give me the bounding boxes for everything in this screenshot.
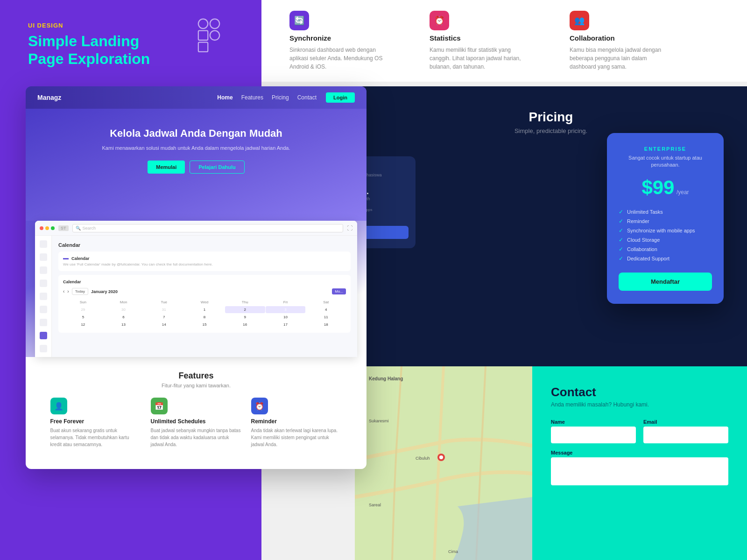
- cal-cell[interactable]: 31: [144, 306, 184, 313]
- cal-cell[interactable]: 2: [225, 306, 265, 313]
- enterprise-period: /year: [677, 189, 689, 196]
- feature-stats: ⏰ Statistics Kamu memiliki fitur statist…: [430, 11, 532, 71]
- feat-free-desc: Buat akun sekarang gratis untuk selamany…: [50, 427, 141, 448]
- hero-buttons: Memulai Pelajari Dahulu: [40, 161, 352, 174]
- cal-prev[interactable]: ‹: [63, 289, 64, 294]
- cal-head-sun: Sun: [63, 299, 103, 306]
- cal-cell[interactable]: 3: [266, 306, 306, 313]
- feat-reminder-desc: Anda tidak akan terlewat lagi karena lup…: [251, 427, 342, 448]
- cal-next[interactable]: ›: [67, 289, 69, 294]
- sidebar-icon-chart[interactable]: [40, 293, 47, 300]
- sidebar-icon-pin[interactable]: [40, 319, 47, 326]
- sync-title: Synchronize: [289, 34, 392, 42]
- sidebar-icon-calendar[interactable]: [40, 332, 47, 339]
- cal-cell[interactable]: 6: [104, 314, 144, 321]
- svg-point-12: [439, 455, 443, 459]
- cal-cell[interactable]: 15: [184, 321, 225, 328]
- cal-cell[interactable]: 1: [184, 306, 225, 313]
- cal-view-btn[interactable]: Mo...: [332, 288, 346, 294]
- cal-cell[interactable]: 16: [225, 321, 265, 328]
- contact-form: Contact Anda memiliki masalah? Hubungi k…: [532, 366, 747, 560]
- dash-search[interactable]: 🔍 Search: [72, 224, 343, 232]
- sidebar-icon-list[interactable]: [40, 266, 47, 274]
- check-icon: ✓: [619, 209, 623, 215]
- sync-icon-box: 🔄: [289, 11, 309, 30]
- sidebar-icon-grid[interactable]: [40, 280, 47, 287]
- cal-cell[interactable]: 14: [144, 321, 184, 328]
- cal-cell[interactable]: 17: [266, 321, 306, 328]
- start-button[interactable]: Memulai: [148, 161, 185, 174]
- cal-today-btn[interactable]: Today: [72, 288, 88, 295]
- collab-title: Collaboration: [570, 34, 672, 42]
- cal-cell[interactable]: 5: [63, 314, 103, 321]
- nav-pricing[interactable]: Pricing: [272, 94, 289, 101]
- learn-button[interactable]: Pelajari Dahulu: [190, 161, 244, 174]
- feat-unlimited-tasks: ✓Unlimited Tasks: [619, 207, 712, 217]
- contact-subtitle: Anda memiliki masalah? Hubungi kami.: [551, 401, 728, 408]
- features-top-bar: 🔄 Synchronize Sinkronasi dashboard web d…: [261, 0, 747, 82]
- hero-headline: Kelola Jadwal Anda Dengan Mudah: [40, 127, 352, 140]
- dash-section-title: Calendar: [58, 242, 351, 248]
- contact-title: Contact: [551, 385, 728, 399]
- enterprise-features: ✓Unlimited Tasks ✓Reminder ✓Synchronize …: [619, 207, 712, 263]
- cal-cell[interactable]: 30: [104, 306, 144, 313]
- check-icon: ✓: [619, 246, 623, 252]
- feat-unlimited-title: Unlimited Schedules: [151, 418, 242, 425]
- cal-head-mon: Mon: [104, 299, 144, 306]
- cal-cell[interactable]: 29: [63, 306, 103, 313]
- cal-cell[interactable]: 4: [306, 306, 346, 313]
- pricing-panel: Pricing Simple, predictable pricing. R..…: [355, 86, 747, 366]
- form-group-name: Name: [551, 419, 636, 443]
- feat-reminder-title: Reminder: [251, 418, 342, 425]
- calendar-info-text: We use 'Full Calendar' made by @fullcale…: [63, 262, 346, 266]
- dash-expand-icon[interactable]: ⛶: [347, 225, 352, 231]
- sidebar-icon-doc[interactable]: [40, 306, 47, 313]
- hero-subtext: Kami menawarkan solusi mudah untuk Anda …: [40, 144, 352, 152]
- calendar-widget-title: Calendar: [63, 280, 346, 284]
- cal-cell[interactable]: 8: [184, 314, 225, 321]
- cal-head-fri: Fri: [266, 299, 306, 306]
- cal-grid: Sun Mon Tue Wed Thu Fri Sat 29 30 31 1 2…: [63, 299, 346, 328]
- stats-icon-box: ⏰: [430, 11, 449, 30]
- feat-cloud: ✓Cloud Storage: [619, 235, 712, 245]
- dash-body: Calendar Calendar We use 'Full Calendar'…: [35, 236, 357, 357]
- cal-cell[interactable]: 12: [63, 321, 103, 328]
- cal-cell[interactable]: 7: [144, 314, 184, 321]
- svg-text:Sukaresmi: Sukaresmi: [369, 419, 389, 423]
- cal-month-label: January 2020: [91, 289, 118, 294]
- nav-links: Home Features Pricing Contact: [217, 94, 317, 101]
- mendaftar-button[interactable]: Mendaftar: [619, 273, 712, 291]
- nav-contact[interactable]: Contact: [297, 94, 317, 101]
- nav-home[interactable]: Home: [217, 94, 233, 101]
- sidebar-icon-menu[interactable]: [40, 240, 47, 248]
- email-label: Email: [643, 419, 728, 425]
- check-icon: ✓: [619, 227, 623, 234]
- cal-cell[interactable]: 13: [104, 321, 144, 328]
- cal-head-wed: Wed: [184, 299, 225, 306]
- form-row-name-email: Name Email: [551, 419, 728, 443]
- minimize-dot: [45, 226, 49, 230]
- cal-cell[interactable]: 9: [225, 314, 265, 321]
- features-subtitle: Fitur-fitur yang kami tawarkan.: [40, 383, 352, 388]
- svg-text:Cima: Cima: [448, 549, 458, 554]
- feat-collab-item: ✓Collaboration: [619, 245, 712, 254]
- email-input[interactable]: [643, 427, 728, 443]
- nav-features[interactable]: Features: [241, 94, 263, 101]
- sidebar-icon-user[interactable]: [40, 345, 47, 352]
- map-svg: Kedung Halang Sukaresmi Cibuluh Sareal C…: [355, 366, 532, 560]
- cal-cell[interactable]: 10: [266, 314, 306, 321]
- nav-login-button[interactable]: Login: [326, 92, 355, 103]
- sidebar-icon-home[interactable]: [40, 253, 47, 261]
- cal-cell[interactable]: 18: [306, 321, 346, 328]
- svg-rect-1: [210, 19, 219, 28]
- calendar-widget: Calendar ‹ › Today January 2020 Mo... Su…: [58, 275, 351, 333]
- message-textarea[interactable]: [551, 457, 728, 485]
- cal-head-thu: Thu: [225, 299, 265, 306]
- name-input[interactable]: [551, 427, 636, 443]
- feat-reminder: ⏰ Reminder Anda tidak akan terlewat lagi…: [251, 398, 342, 448]
- stats-desc: Kamu memiliki fitur statistik yang cangg…: [430, 46, 532, 71]
- collab-desc: Kamu bisa mengelola jadwal dengan bebera…: [570, 46, 672, 71]
- enterprise-price: $99 /year: [619, 176, 712, 199]
- cal-cell[interactable]: 11: [306, 314, 346, 321]
- search-icon: 🔍: [76, 226, 81, 231]
